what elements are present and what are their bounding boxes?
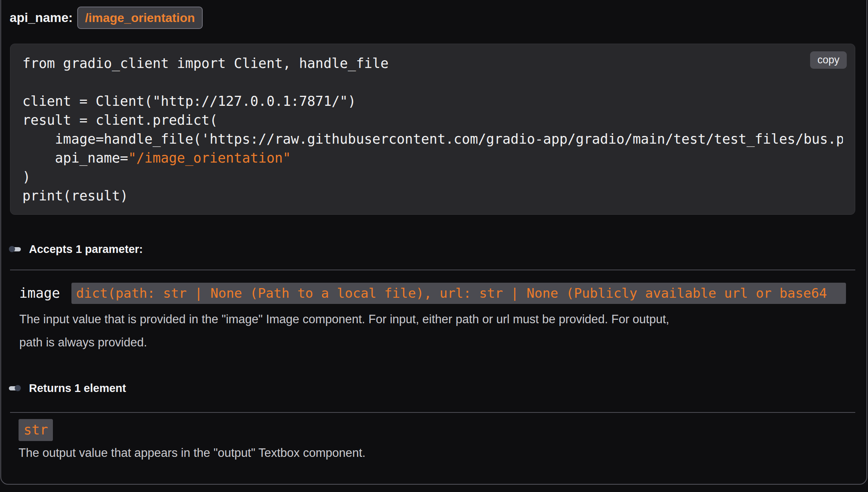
code-api-name-string: "/image_orientation"	[128, 150, 291, 166]
api-endpoint-chip: /image_orientation	[77, 7, 203, 29]
code-line: from gradio_client import Client, handle…	[22, 54, 843, 73]
parameter-description-line: path is always provided.	[19, 331, 669, 354]
code-line	[22, 73, 843, 92]
code-line: client = Client("http://127.0.0.1:7871/"…	[22, 92, 843, 111]
code-line: result = client.predict(	[22, 111, 843, 130]
parameter-row: image dict(path: str | None (Path to a l…	[0, 283, 868, 304]
code-line: print(result)	[22, 187, 843, 205]
returns-heading-label: Returns 1 element	[29, 382, 126, 395]
parameter-description-line: The input value that is provided in the …	[19, 308, 669, 331]
code-line: image=handle_file('https://raw.githubuse…	[22, 130, 843, 149]
return-type-chip: str	[19, 419, 53, 441]
api-name-label: api_name:	[10, 10, 73, 25]
parameter-type-chip: dict(path: str | None (Path to a local f…	[71, 283, 846, 304]
code-line-api-name: api_name="/image_orientation"	[22, 149, 843, 168]
return-description: The output value that appears in the "ou…	[19, 441, 366, 465]
code-api-name-prefix: api_name=	[22, 150, 128, 166]
return-pill-icon	[9, 385, 21, 391]
code-line: )	[22, 168, 843, 187]
copy-button[interactable]: copy	[810, 51, 847, 69]
parameter-name: image	[19, 283, 60, 304]
api-name-header: api_name: /image_orientation	[10, 6, 203, 30]
divider	[10, 412, 855, 413]
accepts-heading: Accepts 1 parameter:	[9, 243, 143, 255]
parameter-description: The input value that is provided in the …	[19, 308, 669, 354]
code-snippet: from gradio_client import Client, handle…	[10, 44, 855, 215]
returns-heading: Returns 1 element	[9, 382, 126, 394]
accepts-heading-label: Accepts 1 parameter:	[29, 243, 143, 256]
code-block: from gradio_client import Client, handle…	[10, 44, 855, 215]
parameter-pill-icon	[9, 246, 21, 252]
divider	[10, 270, 855, 270]
